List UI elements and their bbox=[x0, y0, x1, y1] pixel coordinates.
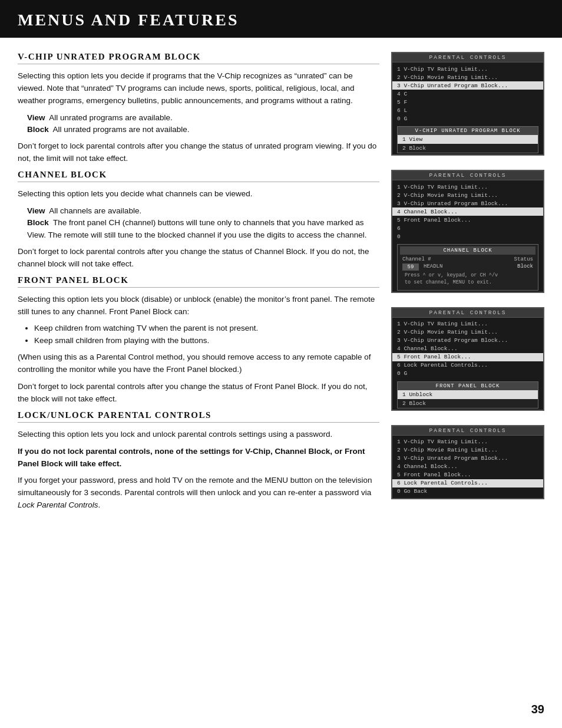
left-column: V-Chip Unrated Program Block Selecting t… bbox=[18, 52, 379, 516]
menu-item-selected: 4 Channel Block... bbox=[392, 207, 543, 216]
bullet-item-1: Keep children from watching TV when the … bbox=[34, 322, 379, 334]
section-channel-block: Channel Block Selecting this option lets… bbox=[18, 170, 379, 271]
channel-block-label: Block The front panel CH (channel) butto… bbox=[27, 217, 379, 241]
menu-item: 4 C bbox=[392, 90, 543, 98]
menu-item: 6 Lock Parental Controls... bbox=[392, 361, 543, 370]
tv-screen4-menu: 1 V-Chip TV Rating Limit... 2 V-Chip Mov… bbox=[392, 436, 543, 498]
section-title-channel: Channel Block bbox=[18, 170, 379, 182]
vchip-view-label: View All unrated programs are available. bbox=[27, 112, 379, 124]
vchip-para2: Don’t forget to lock parental controls a… bbox=[18, 140, 379, 165]
submenu-item-view: 1 View bbox=[398, 135, 538, 144]
menu-item: 4 Channel Block... bbox=[392, 345, 543, 353]
menu-item: 3 V-Chip Unrated Program Block... bbox=[392, 337, 543, 345]
tv-screen3-menu: 1 V-Chip TV Rating Limit... 2 V-Chip Mov… bbox=[392, 318, 543, 380]
tv-screen-3: PARENTAL CONTROLS 1 V-Chip TV Rating Lim… bbox=[391, 307, 544, 411]
menu-item: 1 V-Chip TV Rating Limit... bbox=[392, 183, 543, 191]
page-header: Menus and Features bbox=[0, 0, 562, 38]
channel-number: 59 bbox=[402, 263, 419, 271]
tv-screen1-menu: 1 V-Chip TV Rating Limit... 2 V-Chip Mov… bbox=[392, 62, 543, 125]
tv-screen3-title: PARENTAL CONTROLS bbox=[392, 308, 543, 318]
menu-item: 0 G bbox=[392, 370, 543, 378]
channel-status: Block bbox=[517, 263, 533, 271]
channel-headers: Channel # Status bbox=[400, 256, 535, 262]
menu-item-selected: 5 Front Panel Block... bbox=[392, 353, 543, 361]
right-column: PARENTAL CONTROLS 1 V-Chip TV Rating Lim… bbox=[391, 52, 544, 516]
menu-item: 2 V-Chip Movie Rating Limit... bbox=[392, 328, 543, 337]
vchip-block-label: Block All unrated programs are not avail… bbox=[27, 124, 379, 136]
menu-item: 5 F bbox=[392, 98, 543, 106]
channel-block-display: CHANNEL BLOCK Channel # Status 59 HEADLN… bbox=[397, 244, 538, 291]
tv-screen4-title: PARENTAL CONTROLS bbox=[392, 426, 543, 436]
menu-item: 5 Front Panel Block... bbox=[392, 216, 543, 224]
menu-item: 4 Channel Block... bbox=[392, 463, 543, 471]
menu-item-selected: 6 Lock Parental Controls... bbox=[392, 479, 543, 487]
section-front-panel: Front Panel Block Selecting this option … bbox=[18, 275, 379, 406]
menu-item: 0 Go Back bbox=[392, 487, 543, 496]
section-title-front-panel: Front Panel Block bbox=[18, 275, 379, 288]
menu-item: 2 V-Chip Movie Rating Limit... bbox=[392, 73, 543, 81]
tv-screen-1: PARENTAL CONTROLS 1 V-Chip TV Rating Lim… bbox=[391, 52, 544, 156]
page-number: 39 bbox=[531, 703, 544, 716]
menu-item: 1 V-Chip TV Rating Limit... bbox=[392, 65, 543, 73]
tv-screen-4: PARENTAL CONTROLS 1 V-Chip TV Rating Lim… bbox=[391, 425, 544, 499]
menu-item: 0 G bbox=[392, 114, 543, 123]
channel-para2: Don’t forget to lock parental controls a… bbox=[18, 246, 379, 271]
menu-item: 5 Front Panel Block... bbox=[392, 471, 543, 479]
section-vchip-unrated: V-Chip Unrated Program Block Selecting t… bbox=[18, 52, 379, 165]
vchip-para1: Selecting this option lets you decide if… bbox=[18, 70, 379, 107]
submenu-item-unblock: 1 Unblock bbox=[398, 390, 538, 399]
tv-screen1-submenu: V-CHIP UNRATED PROGRAM BLOCK 1 View 2 Bl… bbox=[397, 126, 538, 153]
section-title-vchip: V-Chip Unrated Program Block bbox=[18, 52, 379, 64]
submenu-title: FRONT PANEL BLOCK bbox=[398, 382, 538, 390]
menu-item: 2 V-Chip Movie Rating Limit... bbox=[392, 191, 543, 199]
tv-screen1-title: PARENTAL CONTROLS bbox=[392, 53, 543, 62]
menu-item: 3 V-Chip Unrated Program Block... bbox=[392, 454, 543, 463]
menu-item: 0 bbox=[392, 232, 543, 241]
menu-item: 6 L bbox=[392, 106, 543, 114]
submenu-title: V-CHIP UNRATED PROGRAM BLOCK bbox=[398, 127, 538, 135]
channel-row: 59 HEADLN Block bbox=[400, 263, 535, 271]
section-title-lock: Lock/Unlock Parental Controls bbox=[18, 410, 379, 423]
lock-bold-para: If you do not lock parental controls, no… bbox=[18, 446, 379, 470]
page-title: Menus and Features bbox=[18, 11, 544, 29]
lock-para2: If you forget your password, press and h… bbox=[18, 475, 379, 512]
channel-view-label: View All channels are available. bbox=[27, 205, 379, 217]
channel-headln: HEADLN bbox=[424, 263, 442, 271]
menu-item: 2 V-Chip Movie Rating Limit... bbox=[392, 446, 543, 454]
front-panel-para3: Don’t forget to lock parental controls a… bbox=[18, 381, 379, 406]
tv-screen2-title: PARENTAL CONTROLS bbox=[392, 171, 543, 180]
menu-item: 6 bbox=[392, 224, 543, 232]
menu-item-selected: 3 V-Chip Unrated Program Block... bbox=[392, 81, 543, 90]
front-panel-para1: Selecting this option lets you block (di… bbox=[18, 294, 379, 318]
tv-screen3-submenu: FRONT PANEL BLOCK 1 Unblock 2 Block bbox=[397, 381, 538, 409]
channel-block-title: CHANNEL BLOCK bbox=[400, 246, 535, 255]
menu-item: 1 V-Chip TV Rating Limit... bbox=[392, 438, 543, 446]
tv-screen2-menu: 1 V-Chip TV Rating Limit... 2 V-Chip Mov… bbox=[392, 180, 543, 243]
menu-item: 1 V-Chip TV Rating Limit... bbox=[392, 320, 543, 328]
channel-note: Press ^ or v, keypad, or CH ^/vto set ch… bbox=[400, 271, 535, 288]
channel-indent: View All channels are available. Block T… bbox=[27, 205, 379, 241]
vchip-indent: View All unrated programs are available.… bbox=[27, 112, 379, 136]
bullet-item-2: Keep small children from playing with th… bbox=[34, 335, 379, 347]
submenu-item-block: 2 Block bbox=[398, 144, 538, 153]
section-lock-unlock: Lock/Unlock Parental Controls Selecting … bbox=[18, 410, 379, 512]
channel-para1: Selecting this option lets you decide wh… bbox=[18, 188, 379, 200]
front-panel-para2: (When using this as a Parental Control m… bbox=[18, 351, 379, 376]
lock-para1: Selecting this option lets you lock and … bbox=[18, 429, 379, 441]
tv-screen-2: PARENTAL CONTROLS 1 V-Chip TV Rating Lim… bbox=[391, 170, 544, 293]
front-panel-bullets: Keep children from watching TV when the … bbox=[34, 322, 379, 347]
submenu-item-block: 2 Block bbox=[398, 399, 538, 408]
menu-item: 3 V-Chip Unrated Program Block... bbox=[392, 199, 543, 207]
page-body: V-Chip Unrated Program Block Selecting t… bbox=[0, 52, 562, 516]
